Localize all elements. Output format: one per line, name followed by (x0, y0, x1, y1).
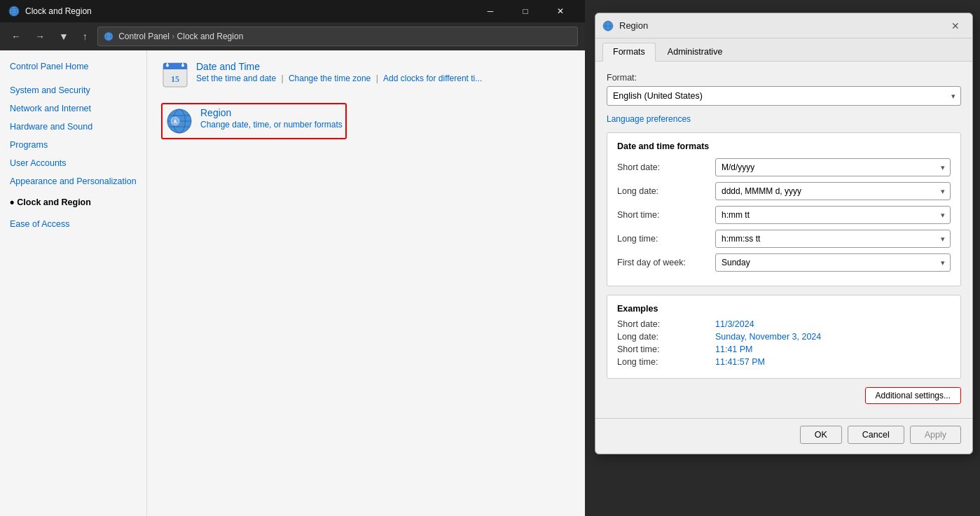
sidebar: Control Panel Home System and Security N… (0, 50, 147, 516)
additional-settings-row: Additional settings... (607, 387, 961, 404)
sidebar-item-network-internet[interactable]: Network and Internet (0, 99, 146, 118)
ex-long-time-label: Long time: (617, 357, 715, 367)
sidebar-item-appearance[interactable]: Appearance and Personalization (0, 172, 146, 190)
modal-title: Region (619, 20, 940, 31)
sidebar-item-label-clock: Clock and Region (17, 195, 91, 209)
sidebar-control-panel-home[interactable]: Control Panel Home (0, 57, 146, 76)
date-time-info: Date and Time Set the time and date | Ch… (196, 61, 571, 83)
address-globe-icon (104, 32, 113, 41)
clock-icon: 15 (161, 61, 189, 89)
up-button[interactable]: ↑ (78, 28, 92, 45)
region-highlight-box: A Region Change date, time, or number fo… (161, 103, 347, 139)
tab-formats[interactable]: Formats (602, 43, 656, 62)
long-time-label: Long time: (617, 234, 715, 244)
modal-body: Format: English (United States) Language… (595, 62, 972, 415)
tab-administrative[interactable]: Administrative (657, 43, 733, 61)
long-date-label: Long date: (617, 186, 715, 196)
ex-short-date-value: 11/3/2024 (715, 319, 754, 329)
region-icon: A (165, 107, 193, 135)
modal-globe-icon (602, 20, 614, 32)
long-time-select[interactable]: h:mm:ss tt (715, 230, 951, 248)
svg-text:15: 15 (171, 74, 179, 84)
cancel-button[interactable]: Cancel (848, 426, 904, 444)
active-bullet: • (10, 193, 14, 213)
close-button[interactable]: ✕ (544, 0, 577, 22)
long-time-row: Long time: h:mm:ss tt (617, 230, 951, 248)
app-icon (8, 6, 20, 17)
ex-short-date-label: Short date: (617, 319, 715, 329)
title-bar: Clock and Region ─ □ ✕ (0, 0, 585, 22)
long-date-select[interactable]: dddd, MMMM d, yyyy (715, 182, 951, 200)
main-content: 15 Date and Time Set the time and date |… (147, 50, 585, 516)
long-time-select-wrap: h:mm:ss tt (715, 230, 951, 248)
example-short-time: Short time: 11:41 PM (617, 344, 951, 354)
sidebar-item-system-security[interactable]: System and Security (0, 81, 146, 99)
sidebar-nav: System and Security Network and Internet… (0, 76, 146, 239)
back-button[interactable]: ← (7, 28, 25, 45)
region-title[interactable]: Region (200, 107, 231, 118)
modal-tabs: Formats Administrative (595, 39, 972, 62)
ok-button[interactable]: OK (800, 426, 842, 444)
ex-short-time-value: 11:41 PM (715, 344, 753, 354)
short-date-label: Short date: (617, 162, 715, 172)
apply-button[interactable]: Apply (910, 426, 961, 444)
category-date-time: 15 Date and Time Set the time and date |… (161, 61, 571, 89)
modal-footer: OK Cancel Apply (595, 418, 972, 454)
ex-long-time-value: 11:41:57 PM (715, 357, 765, 367)
sidebar-item-ease-of-access[interactable]: Ease of Access (0, 215, 146, 233)
short-time-label: Short time: (617, 210, 715, 220)
first-day-select[interactable]: Sunday (715, 253, 951, 272)
sidebar-item-user-accounts[interactable]: User Accounts (0, 154, 146, 172)
address-path: Control Panel › Clock and Region (116, 32, 243, 41)
set-time-link[interactable]: Set the time and date (196, 74, 276, 83)
examples-title: Examples (617, 304, 951, 314)
ex-short-time-label: Short time: (617, 344, 715, 354)
svg-rect-10 (163, 67, 187, 69)
long-date-select-wrap: dddd, MMMM d, yyyy (715, 182, 951, 200)
format-section: Format: English (United States) (607, 73, 961, 106)
long-date-row: Long date: dddd, MMMM d, yyyy (617, 182, 951, 200)
forward-button[interactable]: → (31, 28, 49, 45)
modal-title-bar: Region ✕ (595, 13, 972, 39)
modal-close-button[interactable]: ✕ (946, 18, 965, 34)
ex-long-date-label: Long date: (617, 332, 715, 342)
sidebar-item-clock-region[interactable]: • Clock and Region (0, 190, 146, 215)
format-label: Format: (607, 73, 961, 83)
short-time-select-wrap: h:mm tt (715, 206, 951, 224)
date-time-formats-box: Date and time formats Short date: M/d/yy… (607, 132, 961, 286)
sidebar-item-programs[interactable]: Programs (0, 136, 146, 154)
short-date-select-wrap: M/d/yyyy (715, 158, 951, 176)
minimize-button[interactable]: ─ (474, 0, 506, 22)
short-time-select[interactable]: h:mm tt (715, 206, 951, 224)
format-select-wrapper: English (United States) (607, 86, 961, 106)
date-time-links: Set the time and date | Change the time … (196, 74, 571, 83)
window-title: Clock and Region (25, 6, 469, 16)
recent-button[interactable]: ▼ (55, 28, 73, 45)
maximize-button[interactable]: □ (509, 0, 541, 22)
content-area: Control Panel Home System and Security N… (0, 50, 585, 516)
region-links: Change date, time, or number formats (200, 120, 343, 130)
example-long-time: Long time: 11:41:57 PM (617, 357, 951, 367)
additional-settings-button[interactable]: Additional settings... (865, 387, 961, 404)
format-select[interactable]: English (United States) (607, 86, 961, 106)
short-date-select[interactable]: M/d/yyyy (715, 158, 951, 176)
date-time-title[interactable]: Date and Time (196, 61, 260, 72)
sidebar-item-hardware-sound[interactable]: Hardware and Sound (0, 118, 146, 136)
region-format-link[interactable]: Change date, time, or number formats (200, 120, 343, 130)
region-dialog[interactable]: Region ✕ Formats Administrative Format: … (595, 13, 973, 454)
language-preferences-link[interactable]: Language preferences (607, 114, 961, 124)
first-day-label: First day of week: (617, 258, 715, 267)
examples-box: Examples Short date: 11/3/2024 Long date… (607, 295, 961, 379)
example-long-date: Long date: Sunday, November 3, 2024 (617, 332, 951, 342)
short-time-row: Short time: h:mm tt (617, 206, 951, 224)
svg-text:A: A (173, 119, 177, 124)
change-timezone-link[interactable]: Change the time zone (289, 74, 371, 83)
ex-long-date-value: Sunday, November 3, 2024 (715, 332, 821, 342)
add-clocks-link[interactable]: Add clocks for different ti... (383, 74, 482, 83)
first-day-row: First day of week: Sunday (617, 253, 951, 272)
address-input[interactable]: Control Panel › Clock and Region (97, 27, 578, 46)
example-short-date: Short date: 11/3/2024 (617, 319, 951, 329)
short-date-row: Short date: M/d/yyyy (617, 158, 951, 176)
window-controls: ─ □ ✕ (474, 0, 577, 22)
category-region: A Region Change date, time, or number fo… (161, 102, 571, 139)
